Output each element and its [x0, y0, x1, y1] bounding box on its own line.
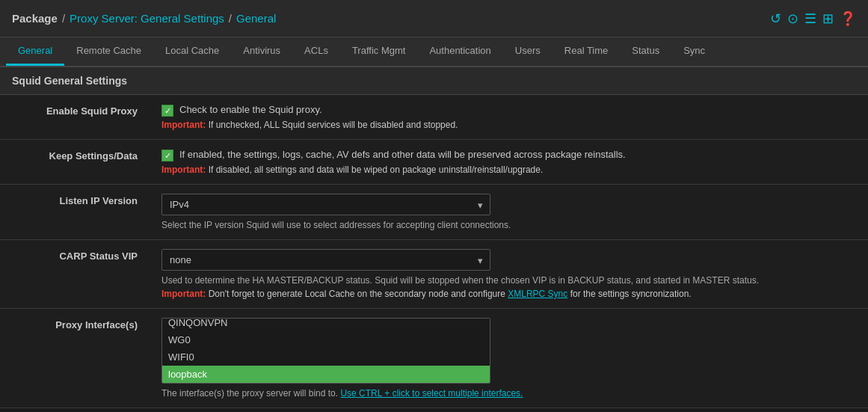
- proxy-interfaces-row: Proxy Interface(s) QINQONVPN WG0 WIFI0 l…: [0, 309, 868, 408]
- carp-vip-important-suffix: for the settings syncronization.: [570, 289, 692, 299]
- listen-ip-row: Listen IP Version IPv4 IPv6 Both Select …: [0, 185, 868, 240]
- listen-ip-value: IPv4 IPv6 Both Select the IP version Squ…: [150, 185, 868, 240]
- header-icons: ↺ ⊙ ☰ ⊞ ❓: [770, 10, 856, 27]
- keep-settings-important: Important: If disabled, all settings and…: [161, 165, 856, 175]
- list-item[interactable]: loopback: [162, 366, 490, 383]
- keep-settings-important-text: If disabled, all settings and data will …: [209, 165, 544, 175]
- breadcrumb: Package / Proxy Server: General Settings…: [12, 12, 276, 25]
- carp-vip-row: CARP Status VIP none Used to determine t…: [0, 240, 868, 309]
- keep-settings-desc: If enabled, the settings, logs, cache, A…: [179, 149, 626, 160]
- list-item[interactable]: WG0: [162, 331, 490, 348]
- proxy-interfaces-ctrl-note: Use CTRL + click to select multiple inte…: [340, 388, 523, 399]
- proxy-interfaces-desc: The interface(s) the proxy server will b…: [161, 388, 856, 399]
- proxy-interfaces-label: Proxy Interface(s): [0, 309, 150, 408]
- carp-vip-important-prefix: Important:: [161, 289, 206, 299]
- table-icon[interactable]: ⊞: [822, 10, 834, 27]
- tab-status[interactable]: Status: [620, 37, 671, 66]
- tab-sync[interactable]: Sync: [671, 37, 717, 66]
- keep-settings-label: Keep Settings/Data: [0, 140, 150, 185]
- breadcrumb-proxy-server[interactable]: Proxy Server: General Settings: [70, 12, 224, 25]
- carp-vip-desc-text: Used to determine the HA MASTER/BACKUP s…: [161, 275, 759, 286]
- keep-settings-important-prefix: Important:: [161, 165, 206, 175]
- listen-ip-select[interactable]: IPv4 IPv6 Both: [161, 194, 490, 215]
- tab-local-cache[interactable]: Local Cache: [153, 37, 231, 66]
- help-icon[interactable]: ❓: [840, 10, 856, 27]
- keep-settings-checkbox[interactable]: ✓: [161, 150, 173, 162]
- list-item[interactable]: QINQONVPN: [162, 318, 490, 331]
- proxy-interfaces-listbox[interactable]: QINQONVPN WG0 WIFI0 loopback: [161, 318, 490, 384]
- power-icon[interactable]: ⊙: [787, 10, 798, 27]
- refresh-icon[interactable]: ↺: [770, 10, 781, 27]
- carp-vip-important: Important: Don't forget to generate Loca…: [161, 289, 856, 299]
- section-title: Squid General Settings: [12, 75, 127, 87]
- keep-settings-value: ✓ If enabled, the settings, logs, cache,…: [150, 140, 868, 185]
- main-content: Squid General Settings Enable Squid Prox…: [0, 67, 868, 408]
- tab-acls[interactable]: ACLs: [292, 37, 340, 66]
- carp-vip-select[interactable]: none: [161, 249, 490, 271]
- enable-squid-checkbox-row: ✓ Check to enable the Squid proxy.: [161, 104, 856, 117]
- listen-ip-label: Listen IP Version: [0, 185, 150, 240]
- listen-ip-select-wrapper: IPv4 IPv6 Both: [161, 194, 490, 215]
- enable-squid-label: Enable Squid Proxy: [0, 95, 150, 140]
- keep-settings-checkbox-row: ✓ If enabled, the settings, logs, cache,…: [161, 149, 856, 162]
- tab-authentication[interactable]: Authentication: [417, 37, 502, 66]
- breadcrumb-general[interactable]: General: [236, 12, 276, 25]
- listen-ip-desc: Select the IP version Squid will use to …: [161, 220, 856, 230]
- proxy-interfaces-value: QINQONVPN WG0 WIFI0 loopback The interfa…: [150, 309, 868, 408]
- header: Package / Proxy Server: General Settings…: [0, 0, 868, 37]
- tab-traffic-mgmt[interactable]: Traffic Mgmt: [340, 37, 418, 66]
- carp-vip-select-wrapper: none: [161, 249, 490, 271]
- nav-tabs: General Remote Cache Local Cache Antivir…: [0, 37, 868, 67]
- enable-squid-row: Enable Squid Proxy ✓ Check to enable the…: [0, 95, 868, 140]
- list-item[interactable]: WIFI0: [162, 348, 490, 366]
- enable-squid-value: ✓ Check to enable the Squid proxy. Impor…: [150, 95, 868, 140]
- carp-vip-value: none Used to determine the HA MASTER/BAC…: [150, 240, 868, 309]
- enable-squid-checkbox[interactable]: ✓: [161, 105, 173, 117]
- tab-remote-cache[interactable]: Remote Cache: [64, 37, 153, 66]
- tab-users[interactable]: Users: [503, 37, 552, 66]
- enable-squid-important-prefix: Important:: [161, 120, 206, 130]
- enable-squid-important: Important: If unchecked, ALL Squid servi…: [161, 120, 856, 130]
- breadcrumb-sep2: /: [229, 12, 232, 25]
- carp-vip-important-text: Don't forget to generate Local Cache on …: [209, 289, 505, 299]
- carp-vip-desc: Used to determine the HA MASTER/BACKUP s…: [161, 275, 856, 286]
- xmlrpc-sync-link[interactable]: XMLRPC Sync: [508, 289, 567, 299]
- section-header: Squid General Settings: [0, 67, 868, 95]
- tab-general[interactable]: General: [6, 37, 64, 66]
- enable-squid-important-text: If unchecked, ALL Squid services will be…: [209, 120, 458, 130]
- carp-vip-label: CARP Status VIP: [0, 240, 150, 309]
- tab-antivirus[interactable]: Antivirus: [231, 37, 292, 66]
- enable-squid-desc: Check to enable the Squid proxy.: [179, 104, 322, 115]
- list-icon[interactable]: ☰: [804, 10, 816, 27]
- tab-real-time[interactable]: Real Time: [552, 37, 621, 66]
- breadcrumb-package: Package: [12, 12, 58, 25]
- breadcrumb-sep1: /: [62, 12, 65, 25]
- settings-form: Enable Squid Proxy ✓ Check to enable the…: [0, 95, 868, 408]
- keep-settings-row: Keep Settings/Data ✓ If enabled, the set…: [0, 140, 868, 185]
- proxy-interfaces-desc-text: The interface(s) the proxy server will b…: [161, 388, 338, 399]
